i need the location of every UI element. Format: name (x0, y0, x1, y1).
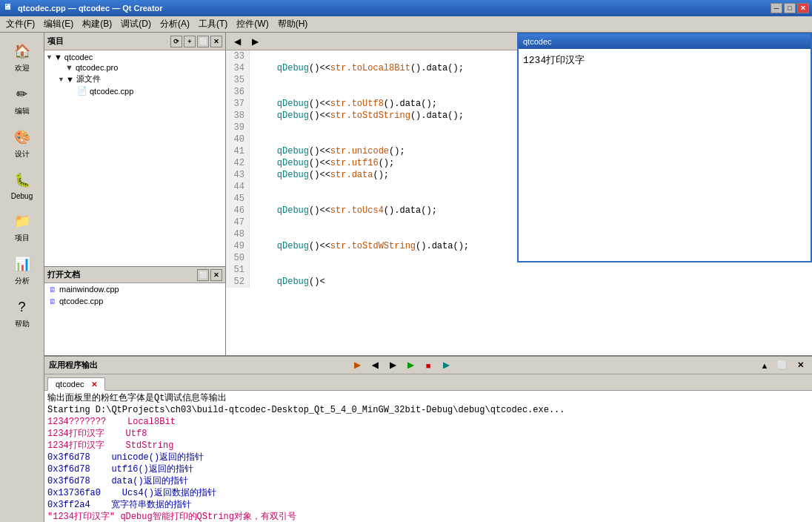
output-line: 0x13736fa0 Ucs4()返回数据的指针 (47, 487, 809, 499)
open-file-mainwindowcpp[interactable]: 🗎mainwindow.cpp (44, 283, 225, 295)
output-line: Starting D:\QtProjects\ch03\build-qtcode… (47, 404, 809, 416)
output-title: 应用程序输出 (49, 360, 347, 371)
line-content-44[interactable] (250, 181, 256, 193)
project-tree: ▼▼qtcodec▼qtcodec.pro▼▼源文件📄qtcodec.cpp (44, 50, 225, 266)
line-content-49[interactable]: qDebug()<<str.toStdWString().data(); (250, 240, 469, 252)
sidebar-label-edit: 编辑 (15, 106, 30, 116)
sidebar-btn-welcome[interactable]: 🏠欢迎 (4, 36, 41, 77)
line-content-37[interactable]: qDebug()<<str.toUtf8().data(); (250, 98, 437, 110)
line-content-51[interactable] (250, 264, 256, 276)
output-close-btn[interactable]: ✕ (793, 359, 808, 372)
output-run-btn[interactable]: ▶ (350, 359, 365, 372)
line-content-39[interactable] (250, 122, 256, 133)
output-tab-qtcodec[interactable]: qtcodec✕ (47, 377, 105, 391)
preview-title-text: qtcodec (523, 37, 552, 46)
output-content: 输出面板里的粉红色字体是Qt调试信息等输出Starting D:\QtProje… (44, 391, 812, 522)
output-line: 1234打印汉字 Utf8 (47, 428, 809, 440)
sidebar-label-help: 帮助 (15, 319, 30, 329)
help-icon: ? (10, 295, 34, 319)
line-content-45[interactable] (250, 193, 256, 205)
title-bar: 🖥 qtcodec.cpp — qtcodec — Qt Creator ─ □… (0, 0, 812, 16)
line-number-34: 34 (226, 62, 250, 74)
output-line: 1234??????? Local8Bit (47, 416, 809, 428)
output-line: "1234打印汉字" qDebug智能打印的QString对象，有双引号 (47, 511, 809, 522)
tree-item-qtcodec[interactable]: ▼▼qtcodec (46, 52, 224, 62)
output-other-btn[interactable]: ▶ (439, 359, 453, 372)
sidebar-btn-design[interactable]: 🎨设计 (4, 122, 41, 163)
line-content-46[interactable]: qDebug()<<str.toUcs4().data(); (250, 205, 437, 217)
maximize-button[interactable]: □ (784, 3, 796, 13)
output-expand-btn[interactable]: ▲ (757, 359, 772, 372)
menu-item-T[interactable]: 工具(T) (194, 16, 232, 32)
line-content-34[interactable]: qDebug()<<str.toLocal8Bit().data(); (250, 62, 464, 74)
tree-item-qtcodecpro[interactable]: ▼qtcodec.pro (46, 62, 224, 73)
title-text: qtcodec.cpp — qtcodec — Qt Creator (18, 4, 771, 13)
line-number-38: 38 (226, 110, 250, 122)
line-number-48: 48 (226, 228, 250, 240)
open-file-qtcodeccpp[interactable]: 🗎qtcodec.cpp (44, 295, 225, 307)
close-panel-button[interactable]: ✕ (210, 36, 222, 47)
menu-item-F[interactable]: 文件(F) (1, 16, 39, 32)
line-number-42: 42 (226, 157, 250, 169)
sidebar-btn-analyze[interactable]: 📊分析 (4, 248, 41, 290)
sidebar-btn-project[interactable]: 📁项目 (4, 205, 41, 247)
line-content-48[interactable] (250, 228, 256, 240)
line-content-50[interactable] (250, 252, 256, 264)
output-detach-btn[interactable]: ⬜ (775, 359, 790, 372)
line-content-42[interactable]: qDebug()<<str.utf16(); (250, 157, 394, 169)
output-fwd-btn[interactable]: ▶ (385, 359, 400, 372)
output-tab-close-qtcodec[interactable]: ✕ (91, 380, 97, 389)
output-play-btn[interactable]: ▶ (403, 359, 418, 372)
open-close-button[interactable]: ✕ (210, 269, 222, 281)
output-line: 输出面板里的粉红色字体是Qt调试信息等输出 (47, 392, 809, 404)
menu-item-H[interactable]: 帮助(H) (273, 16, 313, 32)
close-button[interactable]: ✕ (797, 3, 809, 13)
code-line-52: 52 qDebug()< (226, 276, 812, 288)
line-content-41[interactable]: qDebug()<<str.unicode(); (250, 145, 405, 157)
sidebar-label-project: 项目 (15, 233, 30, 243)
menu-item-B[interactable]: 构建(B) (78, 16, 116, 32)
project-toolbar: 项目 ⟳ + ⬜ ✕ (44, 33, 225, 50)
tree-item-qtcodeccpp[interactable]: 📄qtcodec.cpp (46, 85, 224, 96)
minimize-button[interactable]: ─ (771, 3, 782, 13)
sidebar-label-welcome: 欢迎 (15, 63, 30, 73)
open-files-panel: 打开文档 ⬜ ✕ 🗎mainwindow.cpp🗎qtcodec.cpp (44, 266, 225, 355)
project-panel: 项目 ⟳ + ⬜ ✕ ▼▼qtcodec▼qtcodec.pro▼▼源文件📄qt… (44, 33, 226, 355)
output-line: 0x3f6d78 utf16()返回的指针 (47, 463, 809, 475)
back-button[interactable]: ◀ (229, 34, 245, 49)
menu-item-A[interactable]: 分析(A) (156, 16, 194, 32)
float-button[interactable]: ⬜ (197, 36, 209, 47)
open-float-button[interactable]: ⬜ (197, 269, 209, 281)
line-content-35[interactable] (250, 74, 256, 86)
output-back-btn[interactable]: ◀ (367, 359, 382, 372)
line-content-47[interactable] (250, 217, 256, 228)
sidebar-btn-edit[interactable]: ✏编辑 (4, 79, 41, 120)
output-line: 0x3ff2a4 宽字符串数据的指针 (47, 499, 809, 511)
project-icon: 📁 (10, 209, 34, 233)
line-content-36[interactable] (250, 86, 256, 98)
project-title: 项目 (47, 36, 170, 47)
add-button[interactable]: + (184, 36, 196, 47)
menu-item-E[interactable]: 编辑(E) (39, 16, 78, 32)
line-content-40[interactable] (250, 133, 256, 145)
sidebar-btn-debug[interactable]: 🐛Debug (4, 165, 41, 204)
sidebar-btn-help[interactable]: ?帮助 (4, 291, 41, 333)
line-number-37: 37 (226, 98, 250, 110)
line-content-52[interactable]: qDebug()< (250, 276, 325, 288)
output-tabs: qtcodec✕ (44, 374, 812, 391)
output-stop-btn[interactable]: ■ (421, 359, 436, 372)
menu-item-D[interactable]: 调试(D) (116, 16, 156, 32)
preview-title-bar: qtcodec (519, 34, 811, 49)
line-number-47: 47 (226, 217, 250, 228)
preview-text: 1234打印汉字 (523, 55, 585, 66)
tree-item-[interactable]: ▼▼源文件 (46, 73, 224, 85)
sync-button[interactable]: ⟳ (170, 36, 182, 47)
open-files-title: 打开文档 (47, 269, 197, 280)
line-content-43[interactable]: qDebug()<<str.data(); (250, 169, 389, 181)
output-line: 1234打印汉字 StdString (47, 440, 809, 452)
line-content-38[interactable]: qDebug()<<str.toStdString().data(); (250, 110, 464, 122)
menu-item-W[interactable]: 控件(W) (232, 16, 273, 32)
forward-button[interactable]: ▶ (247, 34, 263, 49)
open-files-buttons: ⬜ ✕ (197, 269, 222, 281)
line-content-33[interactable] (250, 50, 256, 62)
